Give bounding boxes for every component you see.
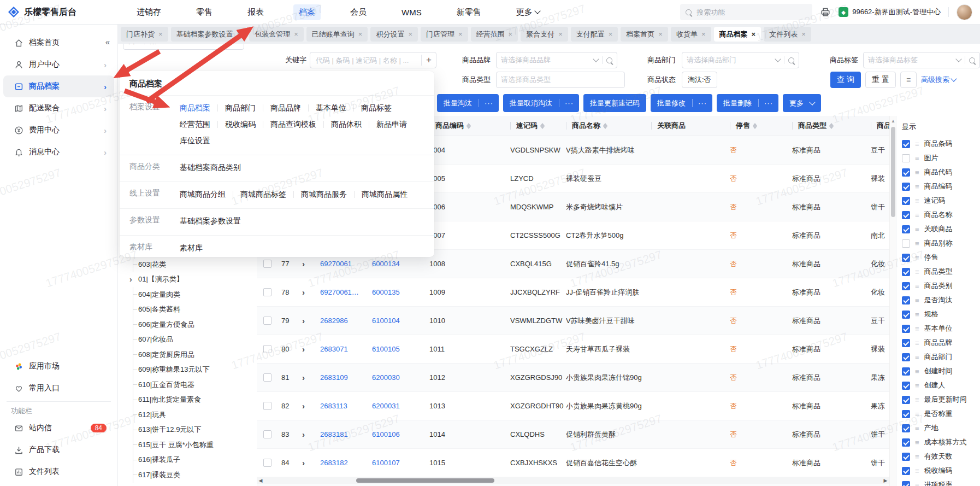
sort-icon[interactable] — [603, 123, 607, 129]
drag-handle-icon[interactable]: ≡ — [915, 154, 919, 162]
topnav-item[interactable]: 更多 — [511, 4, 545, 20]
column-toggle-item[interactable]: ≡商品名称 — [896, 208, 980, 222]
code-link[interactable]: 6100105 — [372, 345, 400, 353]
drag-handle-icon[interactable]: ≡ — [915, 382, 919, 390]
column-checkbox[interactable] — [902, 168, 910, 177]
batch-button[interactable]: 更多 — [783, 94, 821, 112]
drag-handle-icon[interactable]: ≡ — [915, 211, 919, 219]
column-checkbox[interactable] — [902, 183, 910, 191]
more-options-icon[interactable]: ··· — [693, 99, 712, 107]
column-toggle-item[interactable]: ≡停售 — [896, 250, 980, 265]
topnav-item[interactable]: 档案 — [293, 4, 321, 20]
column-toggle-item[interactable]: ≡商品类型 — [896, 265, 980, 279]
column-checkbox[interactable] — [902, 424, 910, 432]
tab[interactable]: 门店补货× — [121, 27, 168, 42]
sidebar-item[interactable]: 消息中心› — [3, 141, 114, 163]
reset-button[interactable]: 重 置 — [865, 72, 896, 88]
close-icon[interactable]: × — [558, 30, 563, 38]
column-checkbox[interactable] — [902, 396, 910, 404]
column-toggle-item[interactable]: ≡图片 — [896, 151, 980, 165]
horizontal-scrollbar[interactable]: ◀ ▶ — [257, 477, 889, 484]
tab[interactable]: 基础档案参数设置× — [171, 27, 247, 42]
table-row[interactable]: 78›69270061…60001351009JJCXBQLZYRFJJ-促销百… — [257, 278, 889, 307]
more-options-icon[interactable]: ··· — [759, 99, 778, 107]
column-toggle-item[interactable]: ≡成本核算方式 — [896, 435, 980, 449]
tag-select[interactable]: 请选择商品标签 — [863, 52, 980, 68]
menu-panel-link[interactable]: 商品查询模板 — [270, 118, 316, 131]
tab[interactable]: 聚合支付× — [521, 27, 568, 42]
menu-panel-link[interactable]: 基础档案商品类别 — [180, 161, 241, 174]
tree-item[interactable]: 604|定量肉类 — [117, 287, 257, 302]
column-checkbox[interactable] — [902, 225, 910, 233]
column-header[interactable]: 商品类型 — [792, 121, 871, 131]
menu-panel-link[interactable]: 商城商品分组 — [180, 188, 226, 201]
batch-button[interactable]: 批量更新速记码 — [583, 94, 646, 112]
tab[interactable]: 支付配置× — [571, 27, 618, 42]
drag-handle-icon[interactable]: ≡ — [915, 396, 919, 404]
code-link[interactable]: 6200030 — [372, 373, 400, 382]
code-link[interactable]: 6100107 — [372, 459, 400, 467]
sidebar-item[interactable]: 常用入口 — [3, 377, 114, 399]
column-checkbox[interactable] — [902, 239, 910, 248]
tree-item[interactable]: 615|豆干 豆腐*小包称重 — [117, 437, 257, 453]
drag-handle-icon[interactable]: ≡ — [915, 438, 919, 447]
column-toggle-item[interactable]: ≡商品条码 — [896, 137, 980, 151]
expand-icon[interactable]: › — [302, 373, 305, 382]
tab[interactable]: 包装盒管理× — [249, 27, 304, 42]
close-icon[interactable]: × — [408, 30, 412, 38]
sort-icon[interactable] — [467, 123, 471, 129]
tree-item[interactable]: 617|裸装豆类 — [117, 467, 257, 483]
menu-panel-link[interactable]: 素材库 — [180, 241, 203, 254]
keyword-field[interactable]: + — [310, 52, 436, 68]
topnav-item[interactable]: 进销存 — [131, 4, 167, 20]
column-toggle-item[interactable]: ≡商品部门 — [896, 350, 980, 364]
tree-item[interactable]: 611|南北货定量素食 — [117, 393, 257, 408]
column-toggle-item[interactable]: ≡税收编码 — [896, 464, 980, 478]
expand-icon[interactable]: › — [302, 344, 305, 354]
sort-icon[interactable] — [829, 123, 834, 129]
column-header[interactable]: 关联商品 — [651, 121, 730, 131]
sidebar-item[interactable]: 商品档案› — [3, 75, 114, 97]
close-icon[interactable]: × — [509, 30, 513, 38]
column-header[interactable]: 停售 — [730, 121, 792, 131]
column-checkbox[interactable] — [902, 438, 910, 447]
batch-button[interactable]: 批量取消淘汰··· — [503, 94, 579, 112]
tree-item[interactable]: 606|定量方便食品 — [117, 317, 257, 332]
menu-panel-link[interactable]: 商品品牌 — [270, 101, 301, 114]
tree-item[interactable]: 609|称重糖果13元以下 — [117, 362, 257, 378]
drag-handle-icon[interactable]: ≡ — [915, 197, 919, 205]
table-row[interactable]: 81›268310962000301012XGZGRGDSJ90小贵族果肉果冻什… — [257, 364, 889, 392]
global-search-input[interactable] — [695, 8, 807, 17]
drag-handle-icon[interactable]: ≡ — [915, 353, 919, 361]
more-options-icon[interactable]: ··· — [479, 99, 499, 107]
column-toggle-item[interactable]: ≡进项税率 — [896, 478, 980, 486]
column-checkbox[interactable] — [902, 481, 910, 486]
drag-handle-icon[interactable]: ≡ — [915, 268, 919, 276]
column-checkbox[interactable] — [902, 410, 910, 418]
column-toggle-item[interactable]: ≡速记码 — [896, 194, 980, 208]
menu-panel-link[interactable]: 商品标签 — [361, 101, 392, 114]
column-toggle-item[interactable]: ≡商品类别 — [896, 279, 980, 293]
barcode-link[interactable]: 2683182 — [320, 459, 348, 467]
vertical-scroll-thumb[interactable] — [891, 127, 895, 217]
sidebar-item[interactable]: 档案首页 — [3, 32, 114, 54]
sidebar-item[interactable]: 产品下载 — [3, 439, 114, 461]
code-link[interactable]: 6200031 — [372, 402, 400, 410]
drag-handle-icon[interactable]: ≡ — [915, 239, 919, 248]
topnav-item[interactable]: 零售 — [191, 4, 218, 20]
expand-icon[interactable]: › — [302, 458, 305, 467]
column-header[interactable]: 商品名称 — [566, 121, 651, 131]
expand-icon[interactable]: › — [302, 288, 305, 297]
column-checkbox[interactable] — [902, 282, 910, 290]
advanced-search-link[interactable]: 高级搜索 — [921, 72, 956, 88]
column-toggle-item[interactable]: ≡商品代码 — [896, 165, 980, 179]
code-link[interactable]: 6100106 — [372, 430, 400, 438]
type-select[interactable]: 请选择商品类型 — [496, 72, 625, 88]
column-header[interactable]: 商品编码 — [429, 121, 510, 131]
menu-panel-link[interactable]: 商城商品服务 — [301, 188, 347, 201]
topnav-item[interactable]: 报表 — [242, 4, 269, 20]
tree-item[interactable]: 612|玩具 — [117, 407, 257, 423]
code-link[interactable]: 6000134 — [372, 260, 400, 268]
expand-icon[interactable]: › — [302, 430, 305, 439]
sidebar-item[interactable]: 费用中心› — [3, 119, 114, 141]
